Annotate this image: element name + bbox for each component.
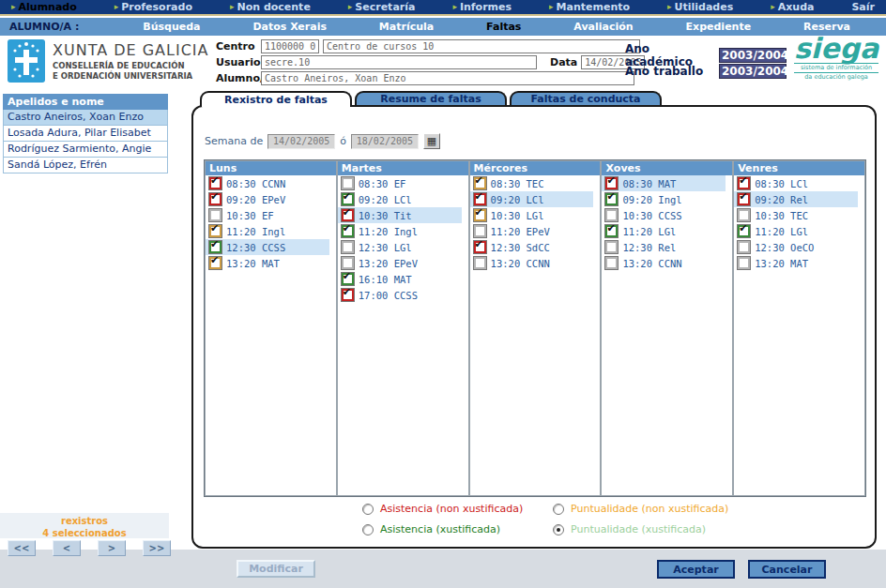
menu-item-non-docente[interactable]: ▸Non docente <box>230 1 311 13</box>
fault-option-asistencia-xustificada[interactable]: Asistencia (xustificada) <box>362 523 553 535</box>
class-slot[interactable]: ✔13:20 MAT <box>206 255 329 271</box>
slot-checkbox[interactable]: ✔ <box>605 225 618 237</box>
student-row-castro-aneiros-xoan-enzo[interactable]: Castro Aneiros, Xoan Enzo <box>3 110 168 126</box>
class-slot[interactable]: 13:20 CCNN <box>470 255 594 271</box>
class-slot[interactable]: 10:30 EF <box>206 207 329 223</box>
class-slot[interactable]: 13:20 MAT <box>734 255 858 271</box>
student-row-losada-adura-pilar-elisabet[interactable]: Losada Adura, Pilar Elisabet <box>3 126 168 142</box>
submenu-item-expediente[interactable]: Expediente <box>686 21 752 33</box>
slot-checkbox[interactable] <box>738 241 750 253</box>
class-slot[interactable]: ✔09:20 LCl <box>338 191 462 207</box>
slot-checkbox[interactable] <box>605 257 618 269</box>
slot-checkbox[interactable]: ✔ <box>474 177 486 189</box>
page-last-button[interactable]: >> <box>143 540 171 556</box>
class-slot[interactable]: ✔12:30 CCSS <box>206 239 329 255</box>
slot-checkbox[interactable] <box>342 241 354 253</box>
fault-option-puntualidade-non-xustificada[interactable]: Puntualidade (non xustificada) <box>553 503 728 515</box>
class-slot[interactable]: ✔08:30 MAT <box>602 175 726 191</box>
centro-name-field[interactable] <box>323 39 640 53</box>
centro-code-field[interactable] <box>261 39 319 53</box>
slot-checkbox[interactable] <box>474 225 486 237</box>
class-slot[interactable]: ✔09:20 LCl <box>470 191 594 207</box>
menu-item-alumnado[interactable]: ▸Alumnado <box>11 1 77 13</box>
slot-checkbox[interactable] <box>605 241 618 253</box>
slot-checkbox[interactable]: ✔ <box>474 193 486 205</box>
slot-checkbox[interactable]: ✔ <box>738 193 750 205</box>
fault-option-puntualidade-xustificada[interactable]: Puntualidade (xustificada) <box>553 523 728 535</box>
menu-item-secretaria[interactable]: ▸Secretaría <box>348 1 416 13</box>
slot-checkbox[interactable] <box>342 257 354 269</box>
slot-checkbox[interactable]: ✔ <box>474 209 486 221</box>
class-slot[interactable]: 13:20 EPeV <box>338 255 462 271</box>
menu-item-axuda[interactable]: ▸Axuda <box>771 1 814 13</box>
class-slot[interactable]: ✔10:30 LGl <box>470 207 594 223</box>
slot-checkbox[interactable]: ✔ <box>209 241 222 253</box>
class-slot[interactable]: ✔10:30 Tit <box>338 207 462 223</box>
class-slot[interactable]: ✔11:20 LGl <box>602 223 726 239</box>
usuario-field[interactable] <box>261 55 537 69</box>
class-slot[interactable]: ✔11:20 LGl <box>734 223 858 239</box>
slot-checkbox[interactable]: ✔ <box>342 273 354 285</box>
page-prev-button[interactable]: < <box>53 540 81 556</box>
page-first-button[interactable]: << <box>8 540 36 556</box>
class-slot[interactable]: 08:30 EF <box>338 175 462 191</box>
submenu-item-avaliacion[interactable]: Avaliación <box>573 21 633 33</box>
class-slot[interactable]: ✔11:20 Ingl <box>338 223 462 239</box>
tab-faltas-de-conducta[interactable]: Faltas de conducta <box>510 91 662 105</box>
class-slot[interactable]: ✔16:10 MAT <box>338 271 462 287</box>
tab-resume-de-faltas[interactable]: Resume de faltas <box>355 91 507 105</box>
slot-checkbox[interactable] <box>474 257 486 269</box>
slot-checkbox[interactable]: ✔ <box>342 193 354 205</box>
slot-checkbox[interactable] <box>342 177 354 189</box>
alumno-field[interactable] <box>261 71 634 85</box>
slot-checkbox[interactable] <box>209 209 222 221</box>
modificar-button[interactable]: Modificar <box>237 560 315 578</box>
slot-checkbox[interactable]: ✔ <box>738 225 750 237</box>
slot-checkbox[interactable]: ✔ <box>209 257 222 269</box>
radio-icon[interactable] <box>362 504 374 515</box>
class-slot[interactable]: ✔11:20 Ingl <box>206 223 329 239</box>
menu-item-profesorado[interactable]: ▸Profesorado <box>115 1 192 13</box>
menu-item-informes[interactable]: ▸Informes <box>452 1 512 13</box>
menu-item-sair[interactable]: Saír <box>851 1 875 13</box>
class-slot[interactable]: 10:30 CCSS <box>602 207 726 223</box>
fault-option-asistencia-non-xustificada[interactable]: Asistencia (non xustificada) <box>362 503 553 515</box>
class-slot[interactable]: 10:30 TEC <box>734 207 858 223</box>
slot-checkbox[interactable] <box>738 209 750 221</box>
class-slot[interactable]: ✔08:30 CCNN <box>206 175 329 191</box>
slot-checkbox[interactable]: ✔ <box>605 177 618 189</box>
slot-checkbox[interactable]: ✔ <box>342 225 354 237</box>
student-row-sanda-lopez-efren[interactable]: Sandá López, Efrén <box>3 158 168 173</box>
slot-checkbox[interactable]: ✔ <box>209 193 222 205</box>
aceptar-button[interactable]: Aceptar <box>657 560 735 579</box>
week-from-field[interactable] <box>267 134 335 149</box>
tab-rexistro-de-faltas[interactable]: Rexistro de faltas <box>200 91 352 107</box>
menu-item-mantemento[interactable]: ▸Mantemento <box>549 1 630 13</box>
class-slot[interactable]: ✔08:30 LCl <box>734 175 858 191</box>
radio-icon[interactable] <box>362 524 374 535</box>
submenu-item-faltas[interactable]: Faltas <box>486 21 521 33</box>
class-slot[interactable]: 12:30 LGl <box>338 239 462 255</box>
submenu-item-matricula[interactable]: Matrícula <box>379 21 434 33</box>
slot-checkbox[interactable]: ✔ <box>342 289 354 301</box>
class-slot[interactable]: 12:30 Rel <box>602 239 726 255</box>
slot-checkbox[interactable]: ✔ <box>474 241 486 253</box>
slot-checkbox[interactable]: ✔ <box>209 225 222 237</box>
slot-checkbox[interactable]: ✔ <box>209 177 222 189</box>
class-slot[interactable]: ✔09:20 Rel <box>734 191 858 207</box>
class-slot[interactable]: ✔12:30 SdCC <box>470 239 594 255</box>
week-to-field[interactable] <box>351 134 419 149</box>
radio-icon[interactable] <box>553 524 564 535</box>
menu-item-utilidades[interactable]: ▸Utilidades <box>667 1 733 13</box>
slot-checkbox[interactable] <box>738 257 750 269</box>
slot-checkbox[interactable]: ✔ <box>605 193 618 205</box>
submenu-item-datos-xerais[interactable]: Datos Xerais <box>252 21 327 33</box>
slot-checkbox[interactable]: ✔ <box>342 209 354 221</box>
class-slot[interactable]: ✔17:00 CCSS <box>338 287 462 303</box>
calendar-button[interactable]: ▦ <box>423 133 440 149</box>
class-slot[interactable]: 12:30 OeCO <box>734 239 858 255</box>
class-slot[interactable]: 11:20 EPeV <box>470 223 594 239</box>
class-slot[interactable]: ✔09:20 EPeV <box>206 191 329 207</box>
cancelar-button[interactable]: Cancelar <box>748 560 826 579</box>
student-row-rodriguez-sarmiento-angie[interactable]: Rodríguez Sarmiento, Angie <box>3 142 168 158</box>
